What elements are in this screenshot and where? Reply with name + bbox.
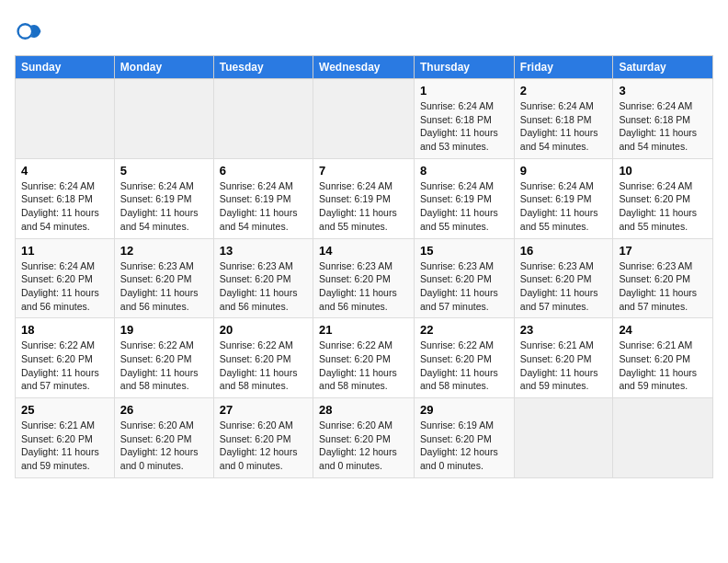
calendar-cell: 21Sunrise: 6:22 AM Sunset: 6:20 PM Dayli… <box>313 318 415 398</box>
day-info: Sunrise: 6:19 AM Sunset: 6:20 PM Dayligh… <box>420 419 508 473</box>
calendar-cell: 12Sunrise: 6:23 AM Sunset: 6:20 PM Dayli… <box>114 238 213 318</box>
day-number: 8 <box>420 164 508 178</box>
day-number: 19 <box>120 323 208 337</box>
day-info: Sunrise: 6:24 AM Sunset: 6:18 PM Dayligh… <box>520 99 608 154</box>
calendar-cell: 15Sunrise: 6:23 AM Sunset: 6:20 PM Dayli… <box>415 238 515 318</box>
day-number: 3 <box>619 84 707 98</box>
day-info: Sunrise: 6:24 AM Sunset: 6:19 PM Dayligh… <box>120 179 208 234</box>
day-number: 27 <box>220 403 307 417</box>
day-number: 5 <box>120 164 208 178</box>
calendar-cell: 29Sunrise: 6:19 AM Sunset: 6:20 PM Dayli… <box>415 398 515 478</box>
calendar-cell: 6Sunrise: 6:24 AM Sunset: 6:19 PM Daylig… <box>213 158 313 238</box>
calendar-cell <box>613 398 713 478</box>
weekday-header-friday: Friday <box>514 56 613 79</box>
day-info: Sunrise: 6:24 AM Sunset: 6:19 PM Dayligh… <box>420 179 508 234</box>
calendar-table: SundayMondayTuesdayWednesdayThursdayFrid… <box>15 55 713 478</box>
calendar-cell: 24Sunrise: 6:21 AM Sunset: 6:20 PM Dayli… <box>613 318 713 398</box>
day-number: 15 <box>420 244 508 258</box>
day-info: Sunrise: 6:24 AM Sunset: 6:19 PM Dayligh… <box>220 179 307 234</box>
calendar-cell: 5Sunrise: 6:24 AM Sunset: 6:19 PM Daylig… <box>114 158 213 238</box>
calendar-cell: 16Sunrise: 6:23 AM Sunset: 6:20 PM Dayli… <box>514 238 613 318</box>
day-number: 25 <box>21 403 108 417</box>
day-number: 24 <box>619 323 707 337</box>
day-number: 10 <box>619 164 707 178</box>
calendar-cell: 27Sunrise: 6:20 AM Sunset: 6:20 PM Dayli… <box>213 398 313 478</box>
calendar-cell: 7Sunrise: 6:24 AM Sunset: 6:19 PM Daylig… <box>313 158 415 238</box>
calendar-week-3: 11Sunrise: 6:24 AM Sunset: 6:20 PM Dayli… <box>16 238 713 318</box>
calendar-cell: 4Sunrise: 6:24 AM Sunset: 6:18 PM Daylig… <box>16 158 115 238</box>
calendar-cell: 13Sunrise: 6:23 AM Sunset: 6:20 PM Dayli… <box>213 238 313 318</box>
day-number: 29 <box>420 403 508 417</box>
calendar-cell: 1Sunrise: 6:24 AM Sunset: 6:18 PM Daylig… <box>415 79 515 159</box>
day-info: Sunrise: 6:23 AM Sunset: 6:20 PM Dayligh… <box>420 259 508 314</box>
calendar-cell: 10Sunrise: 6:24 AM Sunset: 6:20 PM Dayli… <box>613 158 713 238</box>
day-info: Sunrise: 6:22 AM Sunset: 6:20 PM Dayligh… <box>120 339 208 393</box>
day-number: 17 <box>619 244 707 258</box>
day-info: Sunrise: 6:20 AM Sunset: 6:20 PM Dayligh… <box>120 419 208 473</box>
weekday-header-tuesday: Tuesday <box>213 56 313 79</box>
calendar-cell: 19Sunrise: 6:22 AM Sunset: 6:20 PM Dayli… <box>114 318 213 398</box>
calendar-cell <box>114 79 213 159</box>
day-info: Sunrise: 6:20 AM Sunset: 6:20 PM Dayligh… <box>220 419 307 473</box>
day-info: Sunrise: 6:23 AM Sunset: 6:20 PM Dayligh… <box>520 259 608 314</box>
day-info: Sunrise: 6:22 AM Sunset: 6:20 PM Dayligh… <box>21 339 108 393</box>
calendar-cell <box>313 79 415 159</box>
calendar-cell: 23Sunrise: 6:21 AM Sunset: 6:20 PM Dayli… <box>514 318 613 398</box>
day-number: 2 <box>520 84 608 98</box>
calendar-cell: 18Sunrise: 6:22 AM Sunset: 6:20 PM Dayli… <box>16 318 115 398</box>
day-info: Sunrise: 6:24 AM Sunset: 6:20 PM Dayligh… <box>21 259 108 314</box>
day-number: 28 <box>319 403 408 417</box>
weekday-header-saturday: Saturday <box>613 56 713 79</box>
calendar-week-1: 1Sunrise: 6:24 AM Sunset: 6:18 PM Daylig… <box>16 79 713 159</box>
svg-point-0 <box>18 24 33 39</box>
day-info: Sunrise: 6:23 AM Sunset: 6:20 PM Dayligh… <box>319 259 408 314</box>
day-number: 20 <box>220 323 307 337</box>
calendar-cell <box>16 79 115 159</box>
day-info: Sunrise: 6:24 AM Sunset: 6:18 PM Dayligh… <box>619 99 707 154</box>
weekday-header-wednesday: Wednesday <box>313 56 415 79</box>
calendar-cell: 3Sunrise: 6:24 AM Sunset: 6:18 PM Daylig… <box>613 79 713 159</box>
calendar-cell <box>514 398 613 478</box>
day-info: Sunrise: 6:24 AM Sunset: 6:18 PM Dayligh… <box>420 99 508 154</box>
calendar-cell: 22Sunrise: 6:22 AM Sunset: 6:20 PM Dayli… <box>415 318 515 398</box>
calendar-cell: 25Sunrise: 6:21 AM Sunset: 6:20 PM Dayli… <box>16 398 115 478</box>
day-info: Sunrise: 6:23 AM Sunset: 6:20 PM Dayligh… <box>120 259 208 314</box>
weekday-header-sunday: Sunday <box>16 56 115 79</box>
day-number: 12 <box>120 244 208 258</box>
day-number: 23 <box>520 323 608 337</box>
day-number: 7 <box>319 164 408 178</box>
day-number: 18 <box>21 323 108 337</box>
calendar-cell <box>213 79 313 159</box>
calendar-cell: 9Sunrise: 6:24 AM Sunset: 6:19 PM Daylig… <box>514 158 613 238</box>
calendar-cell: 26Sunrise: 6:20 AM Sunset: 6:20 PM Dayli… <box>114 398 213 478</box>
day-info: Sunrise: 6:23 AM Sunset: 6:20 PM Dayligh… <box>220 259 307 314</box>
day-number: 22 <box>420 323 508 337</box>
calendar-cell: 14Sunrise: 6:23 AM Sunset: 6:20 PM Dayli… <box>313 238 415 318</box>
weekday-header-monday: Monday <box>114 56 213 79</box>
calendar-cell: 28Sunrise: 6:20 AM Sunset: 6:20 PM Dayli… <box>313 398 415 478</box>
calendar-cell: 8Sunrise: 6:24 AM Sunset: 6:19 PM Daylig… <box>415 158 515 238</box>
day-info: Sunrise: 6:23 AM Sunset: 6:20 PM Dayligh… <box>619 259 707 314</box>
day-info: Sunrise: 6:22 AM Sunset: 6:20 PM Dayligh… <box>220 339 307 393</box>
day-number: 1 <box>420 84 508 98</box>
calendar-cell: 17Sunrise: 6:23 AM Sunset: 6:20 PM Dayli… <box>613 238 713 318</box>
day-info: Sunrise: 6:24 AM Sunset: 6:19 PM Dayligh… <box>319 179 408 234</box>
day-info: Sunrise: 6:22 AM Sunset: 6:20 PM Dayligh… <box>420 339 508 393</box>
calendar-week-5: 25Sunrise: 6:21 AM Sunset: 6:20 PM Dayli… <box>16 398 713 478</box>
day-info: Sunrise: 6:22 AM Sunset: 6:20 PM Dayligh… <box>319 339 408 393</box>
day-info: Sunrise: 6:24 AM Sunset: 6:19 PM Dayligh… <box>520 179 608 234</box>
day-number: 4 <box>21 164 108 178</box>
day-number: 26 <box>120 403 208 417</box>
day-number: 6 <box>220 164 307 178</box>
day-number: 14 <box>319 244 408 258</box>
day-number: 9 <box>520 164 608 178</box>
page-header <box>15 15 713 44</box>
weekday-header-thursday: Thursday <box>415 56 515 79</box>
calendar-week-2: 4Sunrise: 6:24 AM Sunset: 6:18 PM Daylig… <box>16 158 713 238</box>
day-info: Sunrise: 6:24 AM Sunset: 6:20 PM Dayligh… <box>619 179 707 234</box>
day-info: Sunrise: 6:20 AM Sunset: 6:20 PM Dayligh… <box>319 419 408 473</box>
calendar-cell: 11Sunrise: 6:24 AM Sunset: 6:20 PM Dayli… <box>16 238 115 318</box>
calendar-cell: 20Sunrise: 6:22 AM Sunset: 6:20 PM Dayli… <box>213 318 313 398</box>
day-info: Sunrise: 6:21 AM Sunset: 6:20 PM Dayligh… <box>21 419 108 473</box>
day-number: 11 <box>21 244 108 258</box>
